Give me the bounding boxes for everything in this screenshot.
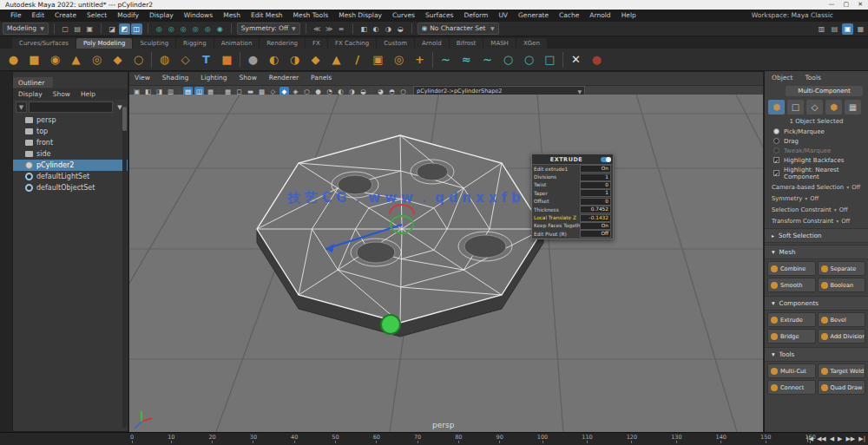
inview-row-value[interactable]: On [580, 165, 611, 173]
face-mode-icon[interactable]: ⬢ [825, 100, 842, 115]
target-weld-icon[interactable]: ◎ [391, 51, 407, 68]
time-tick[interactable]: 90 [496, 434, 503, 443]
inview-row-value[interactable]: 0 [580, 198, 611, 206]
dropdown-transform-constraint[interactable]: Transform Constraint▾Off [765, 215, 868, 226]
viewport-scene[interactable]: persp [129, 95, 763, 432]
viewport-menu-lighting[interactable]: Lighting [201, 74, 227, 83]
inview-row-value[interactable]: Off [580, 230, 611, 238]
shelf-tab-poly-modeling[interactable]: Poly Modeling [76, 38, 132, 49]
time-tick[interactable]: 110 [582, 434, 592, 443]
outliner-item-defaultObjectSet[interactable]: defaultObjectSet [13, 182, 128, 193]
inview-row-value[interactable]: 1 [580, 173, 611, 181]
time-tick[interactable]: 30 [250, 434, 257, 443]
target-weld-button[interactable]: Target Weld [818, 363, 866, 378]
shelf-tab-curves-surfaces[interactable]: Curves/Surfaces [12, 38, 76, 49]
play-forwards-button[interactable]: ▶ [837, 434, 843, 444]
viewport-menu-view[interactable]: View [135, 74, 150, 83]
checkbox-highlight-backfaces[interactable]: ✓Highlight Backfaces [765, 155, 868, 165]
menu-create[interactable]: Create [49, 10, 82, 22]
dropdown-selection-constraint[interactable]: Selection Constraint▾Off [765, 204, 868, 215]
shelf-tab-rendering[interactable]: Rendering [260, 38, 305, 49]
snap-point-icon[interactable]: ◎ [178, 23, 189, 35]
menu-modify[interactable]: Modify [112, 10, 144, 22]
extrude-button[interactable]: Extrude [767, 312, 816, 327]
outliner-item-top[interactable]: top [13, 126, 128, 137]
perspective-viewport[interactable]: ViewShadingLightingShowRendererPanels ▣◧… [128, 71, 764, 432]
time-tick[interactable]: 20 [208, 434, 215, 443]
new-scene-icon[interactable]: ▢ [60, 23, 71, 35]
inview-row-value[interactable]: On [580, 222, 611, 230]
radio-tweak-marquee[interactable]: Tweak/Marquee [765, 146, 868, 155]
time-tick[interactable]: 0 [130, 434, 134, 443]
add-divisions-icon[interactable]: + [411, 51, 428, 68]
shelf-tab-custom[interactable]: Custom [377, 38, 414, 49]
close-icon[interactable]: ✕ [858, 0, 863, 10]
menu-help[interactable]: Help [616, 10, 641, 22]
nurbs-circle-icon[interactable]: ○ [521, 51, 537, 68]
delete-history-icon[interactable]: ✕ [568, 51, 584, 68]
platonic-solid-icon[interactable]: ◇ [177, 51, 194, 68]
bridge-button[interactable]: Bridge [767, 329, 816, 344]
menuset-selector[interactable]: Modeling ▼ [3, 23, 49, 35]
snap-projected-center-icon[interactable]: ◎ [190, 23, 201, 35]
menu-deform[interactable]: Deform [458, 10, 493, 22]
shelf-tab-fx[interactable]: FX [306, 38, 327, 49]
boolean-union-icon[interactable]: ◐ [266, 51, 282, 68]
outliner-item-pCylinder2[interactable]: pCylinder2 [13, 160, 128, 171]
menu-curves[interactable]: Curves [387, 10, 420, 22]
outliner-menu-display[interactable]: Display [18, 90, 43, 98]
go-to-start-button[interactable]: |◀ [806, 434, 814, 444]
vertex-mode-icon[interactable]: □ [787, 100, 804, 115]
construction-history-icon[interactable]: ≡ [336, 23, 347, 35]
shelf-tab-xgen[interactable]: XGen [516, 38, 547, 49]
shelf-tab-fx-caching[interactable]: FX Caching [328, 38, 376, 49]
viewport-menu-renderer[interactable]: Renderer [269, 74, 299, 83]
select-component-icon[interactable]: ◫ [131, 23, 142, 35]
viewport-menu-show[interactable]: Show [240, 74, 257, 83]
smooth-button[interactable]: Smooth [767, 278, 816, 292]
arc-tool-icon[interactable]: ○ [500, 51, 516, 68]
outliner-menu-show[interactable]: Show [53, 90, 70, 98]
svg-tool-icon[interactable]: ■ [219, 51, 235, 68]
snap-grid-icon[interactable]: ◎ [154, 23, 165, 35]
render-current-frame-icon[interactable]: ◐ [371, 23, 382, 35]
modeling-toolkit-toggle-icon[interactable]: ▣ [842, 23, 853, 35]
play-backwards-button[interactable]: ◀ [829, 434, 835, 444]
poly-torus-icon[interactable]: ◎ [89, 51, 105, 68]
step-forward-button[interactable]: ▶▶ [845, 434, 856, 444]
dropdown-symmetry[interactable]: Symmetry▾Off [765, 193, 868, 204]
section-components[interactable]: ▾Components [765, 296, 868, 311]
menu-edit-mesh[interactable]: Edit Mesh [246, 10, 288, 22]
snap-curve-icon[interactable]: ◎ [166, 23, 177, 35]
snap-view-plane-icon[interactable]: ◎ [202, 23, 214, 35]
viewport-menu-panels[interactable]: Panels [311, 74, 332, 83]
combine-button[interactable]: Combine [767, 261, 816, 276]
time-tick[interactable]: 140 [716, 434, 727, 443]
menu-arnold[interactable]: Arnold [584, 10, 615, 22]
poly-cube-icon[interactable]: ■ [26, 51, 43, 68]
select-hierarchy-icon[interactable]: ◪ [107, 23, 118, 35]
tool-settings-toggle-icon[interactable]: ▤ [829, 23, 840, 35]
menu-cache[interactable]: Cache [554, 10, 584, 22]
soft-selection-section[interactable]: ▸ Soft Selection [765, 228, 868, 243]
section-tools[interactable]: ▾Tools [765, 347, 868, 362]
outliner-scrollbar[interactable] [122, 107, 127, 428]
menu-edit[interactable]: Edit [27, 10, 50, 22]
save-scene-icon[interactable]: ▣ [84, 23, 95, 35]
character-set-selector[interactable]: ◉ No Character Set ▼ [418, 23, 499, 35]
multi-cut-icon[interactable]: / [349, 51, 365, 68]
pencil-curve-icon[interactable]: ~ [479, 51, 496, 68]
boolean-button[interactable]: Boolean [818, 278, 866, 292]
outliner-menu-help[interactable]: Help [81, 90, 95, 98]
bezier-curve-icon[interactable]: ≈ [458, 51, 475, 68]
shelf-tab-arnold[interactable]: Arnold [415, 38, 449, 49]
bevel-icon[interactable]: ◆ [307, 51, 324, 68]
connect-button[interactable]: Connect [767, 380, 816, 395]
time-tick[interactable]: 120 [627, 434, 637, 443]
time-tick[interactable]: 50 [332, 434, 339, 443]
add-divisions-button[interactable]: Add Divisions [818, 329, 866, 344]
ep-curve-icon[interactable]: ~ [437, 51, 454, 68]
menu-surfaces[interactable]: Surfaces [420, 10, 458, 22]
ipr-render-icon[interactable]: ◑ [383, 23, 394, 35]
maximize-icon[interactable]: ▢ [844, 0, 850, 10]
